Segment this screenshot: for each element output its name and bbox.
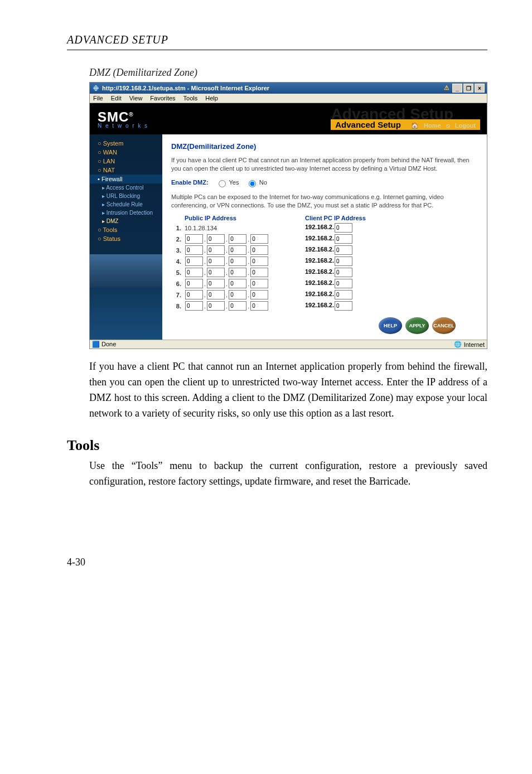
dot: . — [226, 236, 228, 243]
public-ip-octet[interactable] — [250, 257, 268, 266]
dot: . — [204, 303, 206, 309]
public-ip-octet[interactable] — [207, 301, 225, 311]
menu-edit[interactable]: Edit — [111, 95, 122, 101]
dot: . — [226, 258, 228, 265]
yes-label: Yes — [229, 179, 239, 186]
public-ip-octet[interactable] — [185, 234, 203, 244]
enable-dmz-no-radio[interactable] — [249, 180, 256, 187]
public-ip-octet[interactable] — [229, 257, 246, 266]
cancel-button[interactable]: CANCEL — [432, 317, 456, 334]
sidebar-item-lan[interactable]: ○ LAN — [90, 157, 162, 166]
client-ip-last-octet[interactable] — [335, 234, 352, 244]
screenshot-window: http://192.168.2.1/setupa.stm - Microsof… — [89, 82, 487, 349]
public-ip-octet[interactable] — [250, 290, 268, 299]
dot: . — [204, 236, 206, 243]
menu-help[interactable]: Help — [205, 95, 218, 101]
sidebar-item-dmz[interactable]: ▸ DMZ — [90, 217, 162, 225]
client-ip-last-octet[interactable] — [335, 223, 352, 233]
public-ip-octet[interactable] — [207, 290, 225, 299]
public-ip-octet[interactable] — [229, 290, 246, 299]
tools-heading: Tools — [67, 437, 487, 454]
client-ip-last-octet[interactable] — [335, 301, 352, 311]
public-ip-octet[interactable] — [229, 268, 246, 277]
enable-dmz-yes-radio[interactable] — [219, 180, 226, 187]
sidebar-item-wan[interactable]: ○ WAN — [90, 148, 162, 157]
public-ip-octet[interactable] — [207, 257, 225, 266]
public-ip-octet[interactable] — [185, 279, 203, 288]
security-shield-icon: ⚠ — [442, 84, 451, 91]
help-button[interactable]: HELP — [379, 317, 402, 334]
dot: . — [204, 247, 206, 254]
menu-file[interactable]: File — [93, 95, 103, 101]
header-rule — [67, 50, 487, 50]
sidebar-item-access-control[interactable]: ▸ Access Control — [90, 183, 162, 192]
dot: . — [226, 280, 228, 287]
status-done: Done — [101, 341, 116, 347]
public-ip-octet[interactable] — [185, 301, 203, 311]
dmz-row: 3....192.168.2. — [171, 245, 478, 255]
client-ip-last-octet[interactable] — [335, 245, 352, 255]
home-link[interactable]: 🏠 Home — [411, 122, 441, 129]
logout-link[interactable]: ⦸ Logout — [446, 122, 476, 129]
public-ip-octet[interactable] — [207, 234, 225, 244]
dot: . — [248, 258, 249, 265]
restore-button[interactable]: ❐ — [463, 84, 473, 93]
public-ip-octet[interactable] — [250, 245, 268, 255]
dot: . — [248, 303, 249, 309]
public-ip-octet[interactable] — [229, 279, 246, 288]
row-number: 4. — [171, 258, 181, 265]
sidebar-item-intrusion-detection[interactable]: ▸ Intrusion Detection — [90, 209, 162, 217]
sidebar-item-status[interactable]: ○ Status — [90, 234, 162, 243]
sidebar-decorative-image — [90, 254, 162, 288]
dot: . — [204, 258, 206, 265]
internet-zone-icon: 🌐 — [454, 341, 462, 348]
public-ip-octet[interactable] — [229, 245, 246, 255]
sidebar-item-system[interactable]: ○ System — [90, 139, 162, 148]
client-ip-last-octet[interactable] — [335, 279, 352, 288]
sub-heading: DMZ (Demilitarized Zone) — [89, 67, 487, 79]
dmz-row: 8....192.168.2. — [171, 301, 478, 311]
menu-favorites[interactable]: Favorites — [150, 95, 175, 101]
close-button[interactable]: × — [475, 84, 485, 93]
smc-logo-sub: N e t w o r k s — [90, 123, 148, 129]
menu-view[interactable]: View — [129, 95, 143, 101]
row-number: 8. — [171, 303, 181, 309]
client-ip-last-octet[interactable] — [335, 257, 352, 266]
sidebar-item-schedule-rule[interactable]: ▸ Schedule Rule — [90, 200, 162, 209]
menu-tools[interactable]: Tools — [183, 95, 198, 101]
sidebar-item-nat[interactable]: ○ NAT — [90, 166, 162, 175]
sidebar-item-tools[interactable]: ○ Tools — [90, 225, 162, 234]
public-ip-octet[interactable] — [185, 257, 203, 266]
minimize-button[interactable]: _ — [452, 84, 462, 93]
public-ip-octet[interactable] — [185, 290, 203, 299]
row-number: 2. — [171, 236, 181, 243]
client-ip-prefix: 192.168.2. — [305, 224, 334, 231]
public-ip-header: Public IP Address — [185, 215, 236, 221]
window-titlebar: http://192.168.2.1/setupa.stm - Microsof… — [90, 83, 487, 94]
content-title: DMZ(Demilitarized Zone) — [171, 142, 478, 151]
statusbar: 🟦 Done 🌐Internet — [90, 340, 487, 349]
public-ip-octet[interactable] — [250, 234, 268, 244]
public-ip-octet[interactable] — [185, 268, 203, 277]
dot: . — [226, 292, 228, 298]
public-ip-octet[interactable] — [229, 234, 246, 244]
enable-dmz-label: Enable DMZ: — [171, 179, 209, 186]
dot: . — [204, 269, 206, 276]
menubar: File Edit View Favorites Tools Help — [90, 94, 487, 103]
public-ip-octet[interactable] — [207, 245, 225, 255]
public-ip-octet[interactable] — [250, 268, 268, 277]
public-ip-octet[interactable] — [185, 245, 203, 255]
sidebar-item-url-blocking[interactable]: ▸ URL Blocking — [90, 192, 162, 200]
public-ip-octet[interactable] — [250, 279, 268, 288]
sidebar-item-firewall[interactable]: • Firewall — [90, 175, 162, 183]
row-number: 5. — [171, 269, 181, 276]
public-ip-octet[interactable] — [207, 268, 225, 277]
public-ip-octet[interactable] — [250, 301, 268, 311]
apply-button[interactable]: APPLY — [405, 317, 429, 334]
status-zone: Internet — [464, 341, 485, 348]
public-ip-octet[interactable] — [229, 301, 246, 311]
client-ip-last-octet[interactable] — [335, 290, 352, 299]
client-ip-prefix: 192.168.2. — [305, 235, 334, 242]
client-ip-last-octet[interactable] — [335, 268, 352, 277]
public-ip-octet[interactable] — [207, 279, 225, 288]
